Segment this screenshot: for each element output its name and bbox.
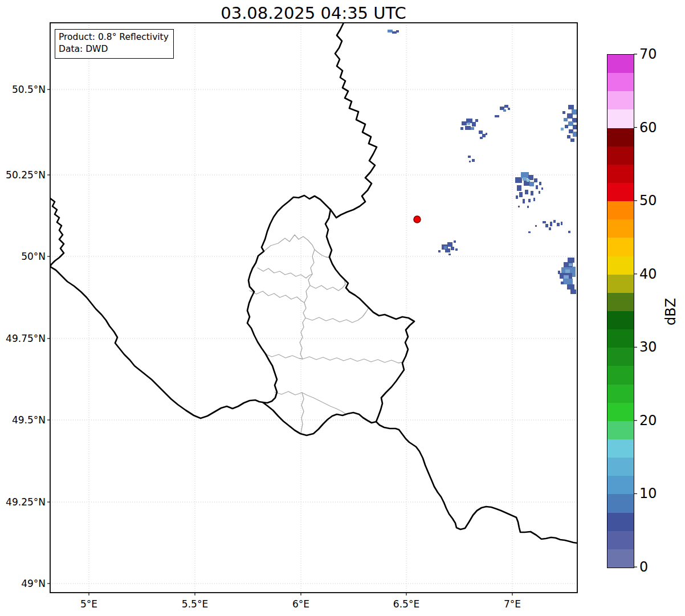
y-tick-label: 50.25°N — [0, 169, 46, 181]
radar-echo-cell — [563, 279, 573, 284]
colorbar-segment — [607, 275, 634, 293]
radar-echo-cell — [567, 113, 573, 119]
radar-echo-cell — [561, 222, 562, 225]
radar-echo-cell — [495, 115, 499, 117]
radar-echo-cell — [541, 187, 543, 190]
radar-echo-cell — [465, 126, 471, 130]
radar-echo-cell — [573, 132, 577, 137]
x-tick-label: 7°E — [504, 598, 521, 610]
colorbar-tick-label: 10 — [639, 486, 657, 501]
radar-echo-cell — [568, 258, 574, 263]
colorbar-segment — [607, 165, 634, 183]
radar-echo-cell — [504, 105, 508, 108]
radar-echo-cell — [479, 130, 483, 134]
radar-echo-cell — [549, 227, 551, 230]
colorbar-tick-label: 50 — [639, 193, 657, 209]
country-border-path — [331, 23, 377, 218]
radar-echo-cell — [445, 248, 450, 252]
district-border-path — [265, 354, 404, 363]
colorbar-unit-label: dBZ — [663, 298, 679, 325]
radar-echo-cell — [561, 282, 564, 284]
reflectivity-colorbar — [607, 54, 634, 568]
radar-echo-cell — [503, 109, 506, 112]
radar-echo-cell — [569, 129, 573, 133]
district-border-path — [258, 268, 312, 278]
radar-echo-cell — [447, 242, 452, 247]
y-tick-label: 49°N — [0, 578, 46, 589]
radar-echo-cell — [508, 108, 510, 110]
colorbar-segment — [607, 476, 634, 494]
radar-echo-cell — [448, 254, 451, 255]
radar-echo-cell — [529, 182, 534, 186]
country-border-path — [50, 198, 263, 418]
radar-echo-cell — [561, 128, 564, 130]
colorbar-segment — [607, 55, 634, 73]
radar-echo-cell — [475, 119, 478, 122]
radar-echo-cell — [564, 118, 568, 121]
colorbar-segment — [607, 366, 634, 384]
colorbar-segment — [607, 109, 634, 128]
y-tick-label: 49.5°N — [0, 414, 46, 426]
radar-echo-cell — [388, 30, 393, 32]
colorbar-tick-label: 0 — [639, 559, 648, 575]
colorbar-segment — [607, 494, 634, 512]
colorbar-segment — [607, 219, 634, 238]
district-borders — [250, 235, 404, 434]
x-tick-label: 5°E — [80, 598, 97, 610]
district-border-path — [310, 279, 345, 291]
colorbar-segment — [607, 183, 634, 201]
colorbar-segment — [607, 293, 634, 311]
colorbar-segment — [607, 201, 634, 219]
country-border-path — [247, 195, 414, 435]
colorbar-segment — [607, 311, 634, 329]
radar-echo-cell — [469, 161, 471, 162]
colorbar-segment — [607, 348, 634, 366]
radar-echo-cell — [517, 185, 521, 191]
data-source-line: Data: DWD — [59, 43, 169, 55]
radar-echo-cell — [558, 271, 560, 274]
x-tick-label: 6°E — [292, 598, 309, 610]
radar-echo-cell — [573, 125, 577, 129]
radar-echo-cell — [568, 231, 570, 233]
radar-echo-cell — [472, 122, 476, 127]
district-border-path — [264, 235, 329, 258]
y-tick-label: 49.75°N — [0, 333, 46, 344]
radar-echo-cell — [392, 31, 397, 34]
colorbar-segment — [607, 439, 634, 458]
colorbar-segment — [607, 128, 634, 146]
radar-echo-cell — [396, 30, 399, 32]
radar-echo-cell — [536, 185, 538, 189]
radar-echo-cell — [471, 127, 474, 130]
country-border-path — [376, 422, 577, 543]
radar-echo-cell — [567, 284, 574, 289]
product-annotation-box: Product: 0.8° Reflectivity Data: DWD — [55, 29, 174, 59]
radar-echo-cell — [528, 199, 531, 202]
country-borders — [50, 23, 577, 543]
colorbar-segment — [607, 329, 634, 348]
radar-figure: 03.08.2025 04:35 UTC Product: 0.8° Refle… — [0, 0, 685, 616]
x-tick-label: 6.5°E — [393, 598, 419, 610]
radar-echo-cell — [525, 190, 528, 194]
map-svg — [0, 0, 685, 616]
radar-echo-cell — [454, 240, 456, 243]
radar-echo-cell — [565, 270, 570, 273]
radar-echo-cell — [535, 225, 537, 227]
radar-echo-cell — [516, 195, 518, 199]
radar-echo-cell — [523, 177, 527, 181]
radar-site-marker — [414, 216, 421, 223]
radar-echo-cell — [486, 133, 487, 135]
radar-echo-cell — [539, 191, 540, 194]
colorbar-tick-label: 60 — [639, 120, 657, 136]
colorbar-tick-label: 30 — [639, 339, 657, 355]
radar-echo-cell — [557, 223, 560, 226]
radar-echo-cell — [467, 123, 470, 125]
radar-echo-cell — [553, 220, 556, 223]
radar-echo-cell — [528, 231, 531, 233]
district-border-path — [250, 291, 304, 303]
product-line: Product: 0.8° Reflectivity — [59, 31, 169, 43]
colorbar-tick-label: 20 — [639, 413, 657, 429]
radar-echo-cell — [572, 267, 576, 277]
radar-echo-cell — [527, 179, 529, 182]
radar-echo-cell — [527, 206, 529, 208]
colorbar-segment — [607, 91, 634, 109]
